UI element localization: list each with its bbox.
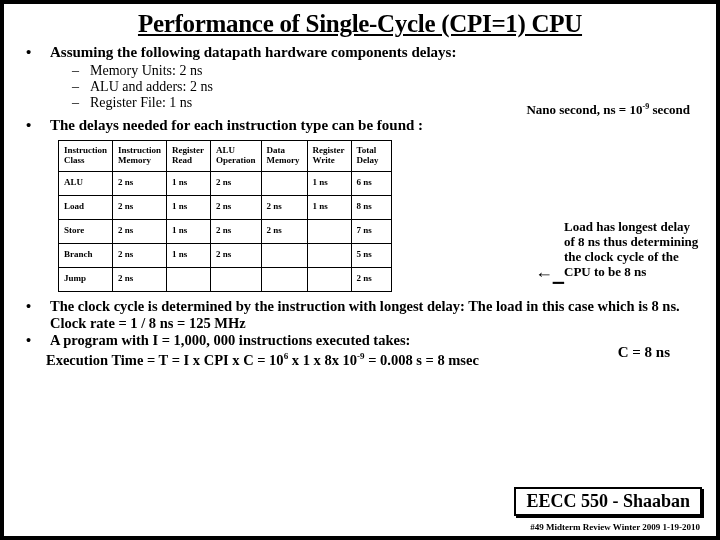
- th: Instruction Memory: [113, 141, 167, 172]
- dash-icon: –: [72, 63, 90, 79]
- th: ALU Operation: [211, 141, 261, 172]
- bullet-delays-found: • The delays needed for each instruction…: [26, 117, 702, 134]
- slide-title: Performance of Single-Cycle (CPI=1) CPU: [18, 10, 702, 38]
- bullet-clock-cycle: • The clock cycle is determined by the i…: [26, 298, 702, 332]
- arrow-left-icon: ←⎯: [535, 264, 564, 285]
- clock-cycle-text: The clock cycle is determined by the ins…: [50, 298, 702, 332]
- table-header-row: Instruction Class Instruction Memory Reg…: [59, 141, 392, 172]
- th: Instruction Class: [59, 141, 113, 172]
- delays-found-text: The delays needed for each instruction t…: [50, 117, 423, 134]
- bullet-assumption: • Assuming the following datapath hardwa…: [26, 44, 702, 61]
- delay-mem: Memory Units: 2 ns: [90, 63, 202, 79]
- delay-reg: Register File: 1 ns: [90, 95, 192, 111]
- bullet-dot: •: [26, 44, 50, 61]
- assumption-text: Assuming the following datapath hardware…: [50, 44, 456, 61]
- table-row: Jump2 ns2 ns: [59, 267, 392, 291]
- dash-icon: –: [72, 95, 90, 111]
- side-note: Load has longest delay of 8 ns thus dete…: [564, 220, 702, 280]
- delay-alu: ALU and adders: 2 ns: [90, 79, 213, 95]
- table-row: Branch2 ns1 ns2 ns5 ns: [59, 243, 392, 267]
- dash-icon: –: [72, 79, 90, 95]
- execution-time-eq: Execution Time = T = I x CPI x C = 106 x…: [46, 351, 702, 369]
- bullet-dot: •: [26, 298, 50, 332]
- footer-text: #49 Midterm Review Winter 2009 1-19-2010: [530, 522, 700, 532]
- slide: Performance of Single-Cycle (CPI=1) CPU …: [0, 0, 720, 540]
- program-text: A program with I = 1,000, 000 instructio…: [50, 332, 410, 349]
- delay-table: Instruction Class Instruction Memory Reg…: [58, 140, 392, 292]
- clock-cycle-value: C = 8 ns: [618, 344, 670, 361]
- table-row: Load2 ns1 ns2 ns2 ns1 ns8 ns: [59, 195, 392, 219]
- signature-box: EECC 550 - Shaaban: [514, 487, 702, 516]
- th: Register Write: [307, 141, 351, 172]
- th: Register Read: [167, 141, 211, 172]
- bullet-program: • A program with I = 1,000, 000 instruct…: [26, 332, 702, 349]
- nano-note: Nano second, ns = 10-9 second: [526, 102, 690, 118]
- bullet-dot: •: [26, 117, 50, 134]
- th: Total Delay: [351, 141, 391, 172]
- bullet-dot: •: [26, 332, 50, 349]
- th: Data Memory: [261, 141, 307, 172]
- table-row: ALU2 ns1 ns2 ns1 ns6 ns: [59, 171, 392, 195]
- table-row: Store2 ns1 ns2 ns2 ns7 ns: [59, 219, 392, 243]
